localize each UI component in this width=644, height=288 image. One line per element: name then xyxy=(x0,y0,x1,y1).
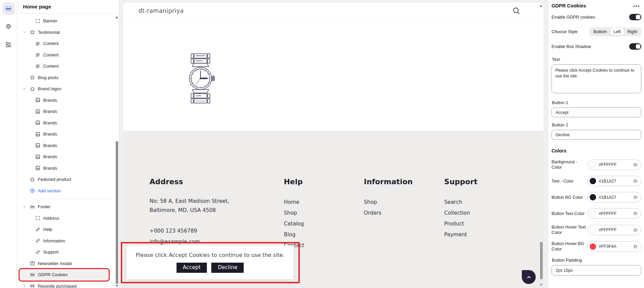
color-hex-value: #FFFFFF xyxy=(599,211,617,216)
rail-settings-button[interactable]: ⚙ xyxy=(2,20,15,33)
sidebar-item-content[interactable]: Content xyxy=(17,61,119,72)
footer-link-shop[interactable]: Shop xyxy=(364,197,444,208)
rail-apps-button[interactable] xyxy=(2,38,15,51)
rail-sections-button[interactable] xyxy=(2,2,15,15)
sidebar-item-featured-product[interactable]: Featured product xyxy=(17,174,119,185)
preview-scroll-up-icon[interactable] xyxy=(540,5,542,7)
sidebar-item-help[interactable]: Help xyxy=(17,224,119,235)
sidebar-item-address[interactable]: Address xyxy=(17,213,119,224)
sidebar-item-footer[interactable]: Footer xyxy=(17,201,119,213)
style-option-left[interactable]: Left xyxy=(610,28,624,35)
button1-text-field[interactable] xyxy=(552,107,641,117)
banner-text-field[interactable]: Please click Accept Cookies to continue … xyxy=(552,64,641,93)
accept-cookies-button[interactable]: Accept xyxy=(177,263,207,273)
image-icon xyxy=(35,154,41,160)
sidebar-item-label: Content xyxy=(43,52,59,57)
scroll-up-arrow-icon[interactable] xyxy=(115,16,118,18)
sidebar-item-brands[interactable]: Brands xyxy=(17,106,119,117)
color-field-button-hover-text-color: Button Hover Text Color#FFFFFF xyxy=(552,224,641,235)
footer-link-shop[interactable]: Shop xyxy=(284,208,364,218)
database-icon[interactable] xyxy=(633,227,638,233)
chevron-down-icon[interactable] xyxy=(22,30,27,34)
color-picker-pill[interactable]: #FFFFFF xyxy=(587,160,641,170)
chevron-down-icon[interactable] xyxy=(22,205,27,209)
preview-scroll-down-icon[interactable] xyxy=(540,284,542,286)
color-picker-pill[interactable]: #FFFFFF xyxy=(587,208,641,219)
image-icon xyxy=(35,120,41,126)
footer-link-collection[interactable]: Collection xyxy=(444,208,543,218)
sidebar-item-brands[interactable]: Brands xyxy=(17,151,119,163)
footer-link-home[interactable]: Home xyxy=(284,197,364,208)
button-padding-field[interactable] xyxy=(552,265,641,275)
database-icon[interactable] xyxy=(633,162,638,167)
gdpr-banner-highlight: Please click Accept Cookies to continue … xyxy=(121,242,300,283)
search-icon[interactable] xyxy=(512,7,520,15)
sidebar-item-content[interactable]: Content xyxy=(17,38,119,49)
color-picker-pill[interactable]: #1B1A27 xyxy=(587,176,641,186)
footer-link-search[interactable]: Search xyxy=(444,197,543,208)
sidebar-item-brands[interactable]: Brands xyxy=(17,117,119,129)
sidebar-item-gdpr-cookies[interactable]: GDPR Cookies xyxy=(20,269,109,281)
style-option-bottom[interactable]: Bottom xyxy=(590,28,610,35)
cookie-message: Please click Accept Cookies to continue … xyxy=(127,252,294,258)
sidebar-item-brands[interactable]: Brands xyxy=(17,163,119,174)
color-field-text-color: Text - Color#1B1A27 xyxy=(552,176,641,186)
sidebar-item-content[interactable]: Content xyxy=(17,49,119,61)
sidebar-scrollbar-thumb[interactable] xyxy=(116,141,118,284)
ellipsis-menu-icon[interactable]: ••• xyxy=(633,3,641,8)
sidebar-item-brand-logos[interactable]: Brand logos xyxy=(17,83,119,95)
sidebar-item-label: Support xyxy=(43,249,59,255)
settings-panel: GDPR Cookies ••• Enable GDPR cookies Cho… xyxy=(548,0,644,288)
footer-link-catalog[interactable]: Catalog xyxy=(284,218,364,229)
choose-style-label: Choose Style xyxy=(552,29,578,34)
footer-link-payment[interactable]: Payment xyxy=(444,229,543,240)
sidebar-item-brands[interactable]: Brands xyxy=(17,95,119,106)
color-picker-pill[interactable]: #FFFFFF xyxy=(587,225,641,235)
sidebar-item-label: Blog posts xyxy=(38,75,58,80)
database-icon[interactable] xyxy=(633,178,638,184)
footer-column-support: SupportSearchCollectionProductPayment xyxy=(444,177,543,280)
chevron-down-icon[interactable] xyxy=(22,87,27,91)
footer-link-blog[interactable]: Blog xyxy=(284,229,364,240)
sidebar-item-support[interactable]: Support xyxy=(17,246,119,258)
sidebar-item-brands[interactable]: Brands xyxy=(17,128,119,140)
scroll-down-arrow-icon[interactable] xyxy=(115,285,118,287)
color-picker-pill[interactable]: #1B1A27 xyxy=(587,192,641,202)
database-icon[interactable] xyxy=(633,244,638,249)
decline-cookies-button[interactable]: Decline xyxy=(211,263,244,273)
color-picker-pill[interactable]: #FF3F4A xyxy=(587,241,641,252)
database-icon[interactable] xyxy=(633,211,638,216)
scroll-to-top-button[interactable] xyxy=(522,270,536,284)
footer-contact-line[interactable]: +000 123 456789 xyxy=(150,225,284,236)
style-option-right[interactable]: Right xyxy=(624,28,641,35)
box-shadow-toggle[interactable] xyxy=(629,43,641,50)
panel-title: GDPR Cookies xyxy=(552,3,586,8)
preview-scrollbar[interactable] xyxy=(539,3,543,288)
section-icon xyxy=(29,272,35,278)
footer-link-orders[interactable]: Orders xyxy=(364,208,444,218)
sidebar-item-newsletter-modal[interactable]: Newsletter modal xyxy=(17,258,119,269)
gear-icon: ⚙ xyxy=(5,23,11,30)
database-icon[interactable] xyxy=(633,195,638,200)
sidebar-item-information[interactable]: Information xyxy=(17,235,119,247)
preview-scrollbar-thumb[interactable] xyxy=(540,242,543,279)
sidebar-item-banner[interactable]: Banner xyxy=(17,15,119,27)
sidebar-item-brands[interactable]: Brands xyxy=(17,140,119,151)
color-hex-value: #FF3F4A xyxy=(599,244,616,249)
button2-text-field[interactable] xyxy=(552,130,641,140)
footer-link-product[interactable]: Product xyxy=(444,218,543,229)
color-swatch xyxy=(590,210,596,217)
sidebar-item-add-section[interactable]: Add section xyxy=(17,185,119,197)
sidebar-item-recently-purchased[interactable]: Recently purchased xyxy=(17,281,119,288)
site-logo[interactable]: dt-ramanipriya xyxy=(138,7,184,14)
home-icon xyxy=(29,29,35,35)
chevron-right-icon[interactable] xyxy=(22,284,27,288)
sidebar-item-testimonial[interactable]: Testimonial xyxy=(17,27,119,38)
sidebar-item-label: Brands xyxy=(43,120,57,125)
tree-divider xyxy=(23,199,116,199)
sidebar-item-blog-posts[interactable]: Blog posts xyxy=(17,72,119,83)
enable-gdpr-toggle[interactable] xyxy=(629,14,641,20)
color-swatch xyxy=(590,194,596,200)
sidebar-item-label: GDPR Cookies xyxy=(38,272,68,277)
sidebar-scrollbar[interactable] xyxy=(115,14,119,288)
